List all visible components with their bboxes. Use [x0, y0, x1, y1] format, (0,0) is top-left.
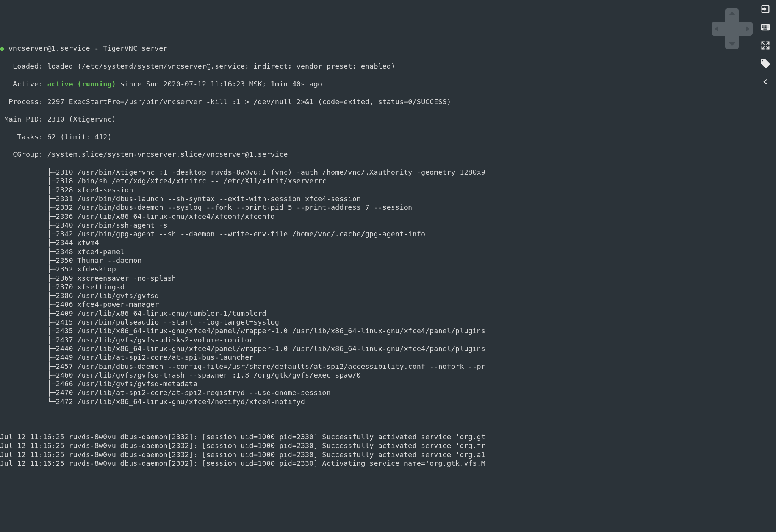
- keyboard-icon: [760, 22, 771, 33]
- status-cgroup-line: CGroup: /system.slice/system-vncserver.s…: [0, 150, 776, 159]
- fullscreen-button[interactable]: [755, 36, 776, 55]
- dpad-up-icon[interactable]: [729, 11, 735, 15]
- navigation-dpad[interactable]: [712, 8, 753, 49]
- status-mainpid-line: Main PID: 2310 (Xtigervnc): [0, 115, 776, 123]
- dpad-down-icon[interactable]: [729, 42, 735, 46]
- cgroup-process-line: ├─2350 Thunar --daemon: [0, 256, 776, 265]
- keyboard-button[interactable]: [755, 18, 776, 36]
- cgroup-process-line: ├─2332 /usr/bin/dbus-daemon --syslog --f…: [0, 203, 776, 212]
- cgroup-tree: ├─2310 /usr/bin/Xtigervnc :1 -desktop ru…: [0, 168, 776, 406]
- tag-button[interactable]: [755, 55, 776, 73]
- status-process-line: Process: 2297 ExecStartPre=/usr/bin/vncs…: [0, 97, 776, 106]
- exit-icon: [760, 4, 771, 14]
- fullscreen-icon: [760, 40, 771, 51]
- status-dot-icon: ●: [0, 44, 4, 52]
- cgroup-process-line: ├─2340 /usr/bin/ssh-agent -s: [0, 221, 776, 229]
- cgroup-process-line: ├─2449 /usr/lib/at-spi2-core/at-spi-bus-…: [0, 353, 776, 362]
- cgroup-process-line: ├─2470 /usr/lib/at-spi2-core/at-spi2-reg…: [0, 388, 776, 397]
- cgroup-process-line: ├─2437 /usr/lib/gvfs/gvfs-udisks2-volume…: [0, 335, 776, 344]
- loaded-value: loaded (/etc/systemd/system/vncserver@.s…: [47, 62, 395, 70]
- cgroup-process-line: ├─2348 xfce4-panel: [0, 247, 776, 256]
- cgroup-process-line: ├─2370 xfsettingsd: [0, 282, 776, 291]
- cgroup-process-line: ├─2318 /bin/sh /etc/xdg/xfce4/xinitrc --…: [0, 176, 776, 185]
- cgroup-process-line: ├─2409 /usr/lib/x86_64-linux-gnu/tumbler…: [0, 309, 776, 318]
- cgroup-process-line: ├─2440 /usr/lib/x86_64-linux-gnu/xfce4/p…: [0, 344, 776, 353]
- back-button[interactable]: [755, 73, 776, 91]
- mainpid-label: Main PID:: [4, 115, 43, 123]
- side-toolbar: [755, 0, 776, 91]
- cgroup-process-line: ├─2415 /usr/bin/pulseaudio --start --log…: [0, 318, 776, 326]
- active-label: Active:: [13, 80, 43, 88]
- unit-desc: TigerVNC server: [103, 44, 167, 52]
- process-label: Process:: [9, 98, 43, 106]
- blank-line: [0, 415, 776, 423]
- cgroup-process-line: ├─2336 /usr/lib/x86_64-linux-gnu/xfce4/x…: [0, 212, 776, 221]
- journal-line: Jul 12 11:16:25 ruvds-8w0vu dbus-daemon[…: [0, 432, 776, 441]
- status-unit-line: ● vncserver@1.service - TigerVNC server: [0, 44, 776, 53]
- journal-line: Jul 12 11:16:25 ruvds-8w0vu dbus-daemon[…: [0, 459, 776, 468]
- journal-line: Jul 12 11:16:25 ruvds-8w0vu dbus-daemon[…: [0, 441, 776, 450]
- cgroup-process-line: ├─2406 xfce4-power-manager: [0, 300, 776, 309]
- cgroup-process-line: ├─2457 /usr/bin/dbus-daemon --config-fil…: [0, 362, 776, 371]
- cgroup-process-line: └─2472 /usr/lib/x86_64-linux-gnu/xfce4/n…: [0, 397, 776, 406]
- dpad-left-icon[interactable]: [715, 26, 718, 32]
- cgroup-process-line: ├─2352 xfdesktop: [0, 265, 776, 273]
- cgroup-process-line: ├─2342 /usr/bin/gpg-agent --sh --daemon …: [0, 229, 776, 238]
- cgroup-process-line: ├─2435 /usr/lib/x86_64-linux-gnu/xfce4/p…: [0, 326, 776, 335]
- active-since: since Sun 2020-07-12 11:16:23 MSK; 1min …: [116, 80, 322, 88]
- journal-line: Jul 12 11:16:25 ruvds-8w0vu dbus-daemon[…: [0, 450, 776, 459]
- status-tasks-line: Tasks: 62 (limit: 412): [0, 133, 776, 141]
- cgroup-label: CGroup:: [13, 150, 43, 158]
- journal-log: Jul 12 11:16:25 ruvds-8w0vu dbus-daemon[…: [0, 432, 776, 468]
- tag-icon: [760, 58, 771, 69]
- cgroup-process-line: ├─2466 /usr/lib/gvfs/gvfsd-metadata: [0, 379, 776, 388]
- cgroup-process-line: ├─2386 /usr/lib/gvfs/gvfsd: [0, 291, 776, 300]
- cgroup-process-line: ├─2328 xfce4-session: [0, 186, 776, 194]
- unit-name: vncserver@1.service: [8, 44, 90, 52]
- chevron-left-icon: [760, 76, 771, 87]
- dpad-right-icon[interactable]: [746, 26, 749, 32]
- tasks-value: 62 (limit: 412): [47, 133, 112, 141]
- cgroup-path: /system.slice/system-vncserver.slice/vnc…: [47, 150, 288, 158]
- cgroup-process-line: ├─2331 /usr/bin/dbus-launch --sh-syntax …: [0, 194, 776, 203]
- tasks-label: Tasks:: [17, 133, 43, 141]
- cgroup-process-line: ├─2369 xscreensaver -no-splash: [0, 274, 776, 282]
- cgroup-process-line: ├─2460 /usr/lib/gvfs/gvfsd-trash --spawn…: [0, 371, 776, 379]
- active-state: active (running): [47, 80, 116, 88]
- cgroup-process-line: ├─2310 /usr/bin/Xtigervnc :1 -desktop ru…: [0, 168, 776, 176]
- status-active-line: Active: active (running) since Sun 2020-…: [0, 80, 776, 88]
- status-loaded-line: Loaded: loaded (/etc/systemd/system/vncs…: [0, 62, 776, 70]
- mainpid-value: 2310 (Xtigervnc): [47, 115, 116, 123]
- cgroup-process-line: ├─2344 xfwm4: [0, 238, 776, 247]
- exit-button[interactable]: [755, 0, 776, 18]
- loaded-label: Loaded:: [13, 62, 43, 70]
- terminal-output: ● vncserver@1.service - TigerVNC server …: [0, 35, 776, 476]
- process-value: 2297 ExecStartPre=/usr/bin/vncserver -ki…: [47, 98, 451, 106]
